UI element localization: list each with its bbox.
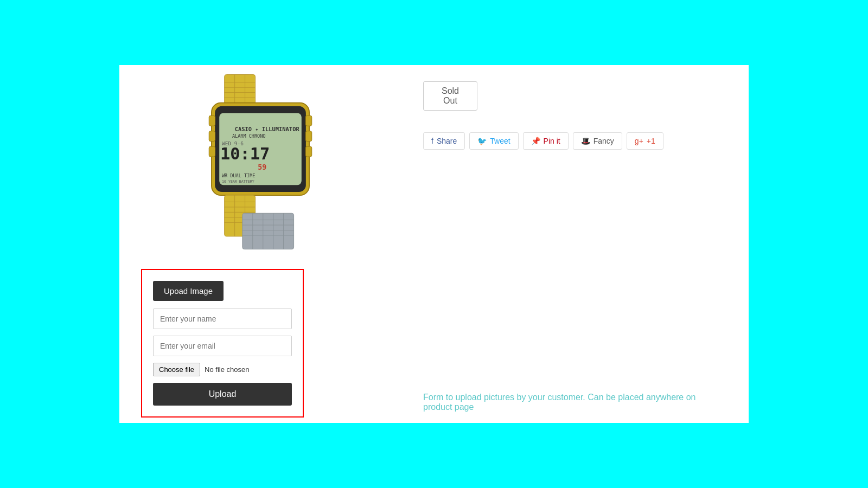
gplus-label: +1	[647, 137, 655, 145]
svg-text:59: 59	[258, 163, 266, 171]
fancy-button[interactable]: 🎩 Fancy	[573, 132, 622, 150]
twitter-icon: 🐦	[477, 137, 487, 145]
fancy-label: Fancy	[593, 137, 614, 145]
pinit-button[interactable]: 📌 Pin it	[523, 132, 569, 150]
google-plus-icon: g+	[635, 137, 643, 145]
sold-out-button[interactable]: Sold Out	[423, 81, 477, 111]
svg-text:CASIO ✦ ILLUMINATOR: CASIO ✦ ILLUMINATOR	[235, 126, 300, 132]
social-buttons: f Share 🐦 Tweet 📌 Pin it 🎩 Fancy g+	[423, 132, 727, 150]
svg-rect-21	[305, 115, 311, 126]
page-container: CASIO ✦ ILLUMINATOR ALARM CHRONO WED 9-6…	[0, 0, 868, 488]
svg-text:ALARM CHRONO: ALARM CHRONO	[232, 133, 266, 139]
right-section: Sold Out f Share 🐦 Tweet 📌 Pin it 🎩 Fanc…	[401, 65, 749, 423]
file-input-row: Choose file No file chosen	[153, 363, 292, 376]
facebook-icon: f	[431, 137, 433, 145]
no-file-text: No file chosen	[205, 365, 249, 374]
svg-text:10:17: 10:17	[220, 144, 270, 163]
name-input[interactable]	[153, 309, 292, 329]
white-card: CASIO ✦ ILLUMINATOR ALARM CHRONO WED 9-6…	[119, 65, 749, 423]
svg-rect-18	[209, 115, 215, 126]
share-button[interactable]: f Share	[423, 132, 465, 150]
svg-rect-1	[225, 74, 256, 105]
email-input[interactable]	[153, 336, 292, 356]
share-label: Share	[437, 137, 457, 145]
fancy-icon: 🎩	[581, 137, 590, 145]
form-description: Form to upload pictures by your customer…	[423, 284, 727, 412]
svg-text:10 YEAR BATTERY: 10 YEAR BATTERY	[222, 179, 254, 184]
watch-image-area: CASIO ✦ ILLUMINATOR ALARM CHRONO WED 9-6…	[136, 70, 385, 264]
pinterest-icon: 📌	[531, 137, 540, 145]
choose-file-button[interactable]: Choose file	[153, 363, 200, 376]
tweet-label: Tweet	[490, 137, 510, 145]
upload-form-box: Upoad Image Choose file No file chosen U…	[141, 269, 304, 418]
left-section: CASIO ✦ ILLUMINATOR ALARM CHRONO WED 9-6…	[119, 65, 401, 423]
svg-rect-32	[242, 213, 294, 249]
svg-text:WR DUAL TIME: WR DUAL TIME	[222, 173, 256, 178]
upload-image-button[interactable]: Upoad Image	[153, 281, 224, 301]
svg-rect-23	[305, 146, 311, 157]
watch-image: CASIO ✦ ILLUMINATOR ALARM CHRONO WED 9-6…	[179, 70, 342, 264]
svg-rect-22	[305, 131, 311, 142]
svg-rect-19	[209, 131, 215, 142]
gplus-button[interactable]: g+ +1	[627, 132, 663, 150]
svg-rect-20	[209, 146, 215, 157]
pinit-label: Pin it	[544, 137, 560, 145]
tweet-button[interactable]: 🐦 Tweet	[469, 132, 518, 150]
upload-submit-button[interactable]: Upload	[153, 383, 292, 406]
